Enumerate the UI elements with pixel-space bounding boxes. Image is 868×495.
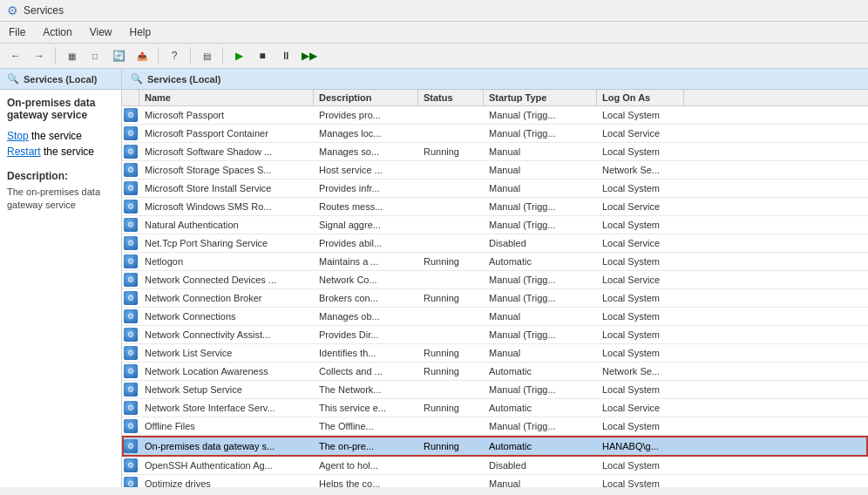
description-label: Description: (7, 170, 114, 182)
service-icon-cell: ⚙ (122, 180, 139, 197)
table-row[interactable]: ⚙ Network Setup Service The Network... M… (122, 381, 868, 399)
menu-file[interactable]: File (0, 24, 34, 41)
table-row[interactable]: ⚙ Microsoft Passport Container Manages l… (122, 125, 868, 143)
col-startup[interactable]: Startup Type (484, 90, 597, 105)
start-service-button[interactable]: ▶ (228, 46, 249, 65)
stop-link[interactable]: Stop (7, 130, 29, 142)
service-startup: Manual (Trigg... (484, 216, 597, 234)
table-row[interactable]: ⚙ Natural Authentication Signal aggre...… (122, 216, 868, 234)
service-icon: ⚙ (124, 439, 138, 453)
main-layout: 🔍 Services (Local) On-premises data gate… (0, 69, 868, 487)
sidebar-header-text: Services (Local) (24, 74, 97, 85)
service-status (418, 234, 484, 252)
col-status[interactable]: Status (418, 90, 484, 105)
service-icon-cell: ⚙ (122, 198, 139, 215)
col-description[interactable]: Description (314, 90, 418, 105)
table-row[interactable]: ⚙ Netlogon Maintains a ... Running Autom… (122, 253, 868, 271)
col-name[interactable]: Name (139, 90, 314, 105)
service-name: Microsoft Storage Spaces S... (139, 161, 314, 179)
service-name: Network Connectivity Assist... (139, 326, 314, 343)
service-status: Running (418, 399, 484, 417)
service-icon: ⚙ (124, 401, 138, 415)
table-row[interactable]: ⚙ Offline Files The Offline... Manual (T… (122, 417, 868, 436)
sidebar-content: On-premises data gateway service Stop th… (0, 90, 121, 487)
service-startup: Manual (484, 475, 597, 487)
service-startup: Manual (Trigg... (484, 417, 597, 435)
table-row[interactable]: ⚙ Network Connection Broker Brokers con.… (122, 289, 868, 308)
menu-view[interactable]: View (81, 24, 121, 41)
service-name: Natural Authentication (139, 216, 314, 234)
table-row[interactable]: ⚙ OpenSSH Authentication Ag... Agent to … (122, 457, 868, 475)
table-row[interactable]: ⚙ Network Connections Manages ob... Manu… (122, 308, 868, 326)
col-icon[interactable] (122, 90, 139, 105)
table-row[interactable]: ⚙ Microsoft Windows SMS Ro... Routes mes… (122, 198, 868, 216)
service-icon-cell: ⚙ (122, 381, 139, 398)
table-row[interactable]: ⚙ On-premises data gateway s... The on-p… (122, 436, 868, 457)
refresh-button[interactable]: 🔄 (108, 46, 129, 65)
service-status (418, 271, 484, 288)
service-logon: Local Service (597, 234, 684, 252)
table-row[interactable]: ⚙ Microsoft Storage Spaces S... Host ser… (122, 161, 868, 180)
service-status: Running (418, 253, 484, 270)
service-startup: Disabled (484, 234, 597, 252)
table-row[interactable]: ⚙ Net.Tcp Port Sharing Service Provides … (122, 234, 868, 253)
table-row[interactable]: ⚙ Microsoft Store Install Service Provid… (122, 180, 868, 198)
service-icon: ⚙ (124, 218, 138, 232)
show-hide-console-button[interactable]: ▦ (61, 46, 82, 65)
table-row[interactable]: ⚙ Network Connectivity Assist... Provide… (122, 326, 868, 344)
table-row[interactable]: ⚙ Optimize drives Helps the co... Manual… (122, 475, 868, 487)
service-startup: Manual (Trigg... (484, 198, 597, 215)
service-desc: Routes mess... (314, 198, 418, 215)
service-name: Microsoft Windows SMS Ro... (139, 198, 314, 215)
service-name: Net.Tcp Port Sharing Service (139, 234, 314, 252)
service-icon-cell: ⚙ (122, 417, 139, 435)
description-text: The on-premises data gateway service (7, 186, 114, 213)
col-logon[interactable]: Log On As (597, 90, 684, 105)
service-icon-cell: ⚙ (122, 399, 139, 417)
export-button[interactable]: 📤 (132, 46, 153, 65)
service-name: Netlogon (139, 253, 314, 270)
service-desc: Provides Dir... (314, 326, 418, 343)
service-icon-cell: ⚙ (122, 475, 139, 487)
restart-link[interactable]: Restart (7, 146, 41, 158)
service-desc: Helps the co... (314, 475, 418, 487)
service-status: Running (418, 363, 484, 380)
pause-service-button[interactable]: ⏸ (275, 46, 296, 65)
back-button[interactable]: ← (5, 46, 26, 65)
restart-service-button[interactable]: ▶▶ (299, 46, 320, 65)
service-logon: Local System (597, 106, 684, 124)
menu-help[interactable]: Help (121, 24, 160, 41)
service-desc: Signal aggre... (314, 216, 418, 234)
table-row[interactable]: ⚙ Network Store Interface Serv... This s… (122, 399, 868, 417)
table-row[interactable]: ⚙ Network Location Awareness Collects an… (122, 363, 868, 381)
service-name: OpenSSH Authentication Ag... (139, 457, 314, 474)
toolbar-separator-4 (222, 47, 223, 64)
services-table[interactable]: Name Description Status Startup Type Log… (122, 90, 868, 487)
forward-button[interactable]: → (29, 46, 50, 65)
toolbar-separator-3 (190, 47, 191, 64)
table-row[interactable]: ⚙ Network Connected Devices ... Network … (122, 271, 868, 289)
table-row[interactable]: ⚙ Network List Service Identifies th... … (122, 344, 868, 363)
service-status (418, 457, 484, 474)
service-icon: ⚙ (124, 346, 138, 360)
content-area: 🔍 Services (Local) Name Description Stat… (122, 69, 868, 487)
service-icon: ⚙ (124, 328, 138, 342)
table-row[interactable]: ⚙ Microsoft Passport Provides pro... Man… (122, 106, 868, 125)
table-row[interactable]: ⚙ Microsoft Software Shadow ... Manages … (122, 143, 868, 161)
content-header-icon: 🔍 (131, 73, 143, 85)
properties-button[interactable]: ▤ (196, 46, 217, 65)
service-icon-cell: ⚙ (122, 143, 139, 160)
service-desc: Collects and ... (314, 363, 418, 380)
new-window-button[interactable]: □ (85, 46, 105, 65)
service-logon: Local System (597, 143, 684, 160)
service-status (418, 326, 484, 343)
service-logon: Local Service (597, 198, 684, 215)
service-status (418, 308, 484, 325)
service-status: Running (418, 289, 484, 307)
service-desc: Manages loc... (314, 125, 418, 142)
menu-action[interactable]: Action (34, 24, 80, 41)
toolbar-separator-2 (158, 47, 159, 64)
service-startup: Manual (484, 161, 597, 179)
help-button[interactable]: ? (164, 46, 185, 65)
stop-service-button[interactable]: ■ (252, 46, 273, 65)
